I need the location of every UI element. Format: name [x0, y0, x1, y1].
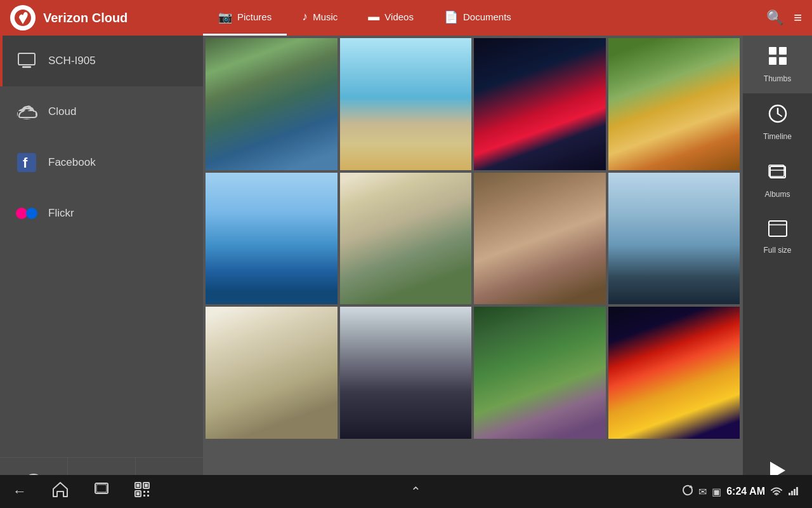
photo-thumb-1[interactable]	[206, 38, 337, 170]
view-albums-button[interactable]: Albums	[743, 151, 812, 209]
tab-videos[interactable]: ▬ Videos	[353, 0, 429, 36]
svg-marker-30	[53, 483, 67, 497]
bottom-center-chevron[interactable]: ⌃	[410, 484, 421, 499]
sidebar-facebook-label: Facebook	[48, 156, 96, 169]
top-right-actions: 🔍 ≡	[756, 10, 812, 26]
facebook-icon: f	[15, 151, 38, 174]
app-title: Verizon Cloud	[43, 11, 128, 25]
tab-music[interactable]: ♪ Music	[287, 0, 353, 36]
photo-thumb-9[interactable]	[206, 307, 337, 439]
documents-icon: 📄	[444, 10, 458, 24]
tab-documents-label: Documents	[463, 11, 511, 22]
thumbs-grid-icon	[768, 46, 788, 70]
view-thumbs-button[interactable]: Thumbs	[743, 36, 812, 93]
svg-rect-48	[796, 487, 798, 495]
thumbs-label: Thumbs	[764, 74, 791, 83]
photo-thumb-2[interactable]	[340, 38, 472, 170]
right-panel: Thumbs Timeline	[742, 36, 812, 508]
sidebar-item-cloud[interactable]: Cloud	[0, 86, 203, 137]
svg-rect-45	[789, 493, 790, 495]
svg-rect-32	[96, 485, 107, 492]
recents-icon[interactable]	[94, 482, 109, 501]
timeline-clock-icon	[768, 104, 788, 128]
bottom-navigation: ←	[13, 481, 150, 502]
svg-rect-39	[143, 491, 145, 493]
svg-rect-46	[791, 491, 793, 495]
sidebar-item-flickr[interactable]: Flickr	[0, 188, 203, 239]
photo-thumb-6[interactable]	[340, 173, 472, 305]
music-icon: ♪	[302, 10, 308, 23]
sidebar-item-facebook[interactable]: f Facebook	[0, 137, 203, 188]
svg-rect-27	[769, 221, 787, 236]
search-icon[interactable]: 🔍	[766, 10, 783, 26]
home-icon[interactable]	[52, 481, 69, 502]
svg-rect-40	[147, 491, 149, 493]
tab-videos-label: Videos	[384, 11, 414, 22]
svg-rect-41	[143, 495, 145, 497]
sidebar-cloud-label: Cloud	[48, 105, 76, 118]
svg-rect-36	[145, 484, 148, 487]
photo-grid-container[interactable]	[203, 36, 742, 508]
cloud-icon	[15, 100, 38, 123]
tab-pictures[interactable]: 📷 Pictures	[203, 0, 287, 36]
wifi-status-icon	[770, 485, 783, 498]
sidebar-items: SCH-I905 Cloud	[0, 36, 203, 457]
svg-rect-1	[18, 53, 35, 65]
tab-documents[interactable]: 📄 Documents	[429, 0, 527, 36]
photo-thumb-7[interactable]	[474, 173, 606, 305]
signal-status-icon	[788, 485, 799, 498]
svg-point-44	[775, 494, 777, 495]
view-timeline-button[interactable]: Timeline	[743, 93, 812, 151]
photo-thumb-5[interactable]	[206, 173, 337, 305]
qr-icon[interactable]	[134, 482, 150, 501]
albums-icon	[768, 161, 788, 186]
system-bottom-bar: ←	[0, 475, 812, 508]
svg-rect-34	[136, 484, 140, 487]
svg-rect-18	[779, 47, 787, 55]
svg-rect-19	[769, 57, 776, 65]
photo-thumb-3[interactable]	[474, 38, 606, 170]
sidebar-device-label: SCH-I905	[48, 55, 96, 67]
photo-grid	[206, 38, 740, 439]
bottom-status-bar: ✉ ▣ 6:24 AM	[682, 485, 799, 498]
fullsize-label: Full size	[763, 246, 791, 255]
svg-rect-2	[22, 66, 31, 68]
sidebar: SCH-I905 Cloud	[0, 36, 203, 508]
photo-thumb-12[interactable]	[608, 307, 740, 439]
notification-status-icon: ▣	[712, 486, 721, 498]
tab-pictures-label: Pictures	[237, 11, 272, 22]
svg-line-23	[778, 114, 782, 116]
tab-music-label: Music	[313, 11, 337, 22]
content-area: Thumbs Timeline	[203, 36, 812, 508]
photo-thumb-4[interactable]	[608, 38, 740, 170]
svg-rect-42	[147, 495, 149, 497]
view-fullsize-button[interactable]: Full size	[743, 209, 812, 265]
device-icon	[15, 50, 38, 72]
photo-thumb-8[interactable]	[608, 173, 740, 305]
svg-rect-17	[769, 47, 776, 55]
svg-text:f: f	[23, 155, 28, 171]
top-bar: Verizon Cloud 📷 Pictures ♪ Music ▬ Video…	[0, 0, 812, 36]
fullsize-icon	[768, 220, 788, 242]
svg-point-12	[26, 208, 37, 219]
flickr-icon	[15, 202, 38, 225]
sync-status-icon	[682, 485, 693, 498]
back-icon[interactable]: ←	[13, 483, 27, 500]
nav-tabs: 📷 Pictures ♪ Music ▬ Videos 📄 Documents	[203, 0, 756, 36]
svg-rect-38	[136, 492, 140, 495]
videos-icon: ▬	[368, 10, 379, 23]
system-time: 6:24 AM	[726, 486, 765, 497]
photo-thumb-10[interactable]	[340, 307, 472, 439]
svg-point-11	[16, 208, 27, 219]
logo-area: Verizon Cloud	[0, 5, 203, 30]
sidebar-item-device[interactable]: SCH-I905	[0, 36, 203, 86]
photo-thumb-11[interactable]	[474, 307, 606, 439]
verizon-logo	[10, 5, 36, 30]
svg-rect-20	[779, 57, 787, 65]
message-status-icon: ✉	[698, 486, 707, 498]
albums-label: Albums	[764, 190, 790, 199]
svg-rect-47	[794, 489, 796, 495]
sidebar-flickr-label: Flickr	[48, 207, 74, 220]
menu-icon[interactable]: ≡	[794, 10, 802, 26]
pictures-icon: 📷	[218, 10, 232, 24]
